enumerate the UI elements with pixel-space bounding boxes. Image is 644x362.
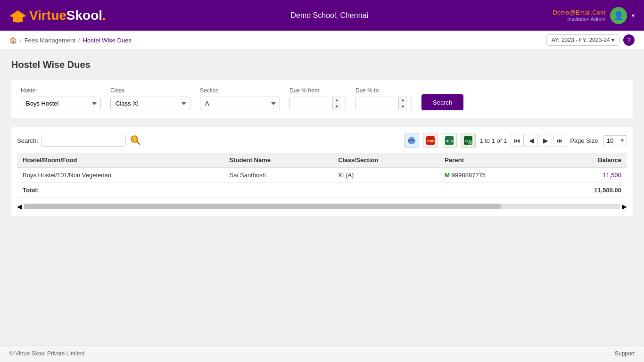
search-icon [130, 134, 141, 146]
logo: VirtueSkool. [9, 8, 106, 23]
print-button[interactable] [404, 133, 419, 148]
breadcrumb-fees-management[interactable]: Fees Management [25, 37, 75, 44]
table-actions: PDF XLS XLS + [404, 133, 627, 148]
excel2-button[interactable]: XLS + [461, 133, 476, 148]
due-from-down[interactable]: ▼ [333, 104, 341, 110]
due-from-filter: Due % from ▲ ▼ [289, 87, 346, 110]
print-icon [407, 136, 416, 145]
cell-student-name: Sai Santhosh [224, 168, 333, 183]
svg-text:PDF: PDF [428, 139, 435, 143]
scroll-right-btn[interactable]: ▶ [622, 203, 627, 210]
svg-point-3 [132, 137, 136, 141]
table-search-input[interactable] [41, 135, 126, 147]
due-from-spinners: ▲ ▼ [332, 97, 341, 110]
excel-button[interactable]: XLS [442, 133, 457, 148]
total-balance: 11,500.00 [547, 183, 627, 198]
col-balance: Balance [547, 153, 627, 168]
excel-icon: XLS [445, 136, 454, 145]
pagination-info: 1 to 1 of 1 [479, 137, 507, 144]
logo-icon [9, 8, 28, 23]
due-from-input[interactable] [290, 97, 332, 110]
cell-hostel-room-food: Boys Hostel/101/Non Vegeterian [17, 168, 224, 183]
table-total-row: Total: 11,500.00 [17, 183, 627, 198]
class-label: Class [110, 87, 190, 94]
cell-parent: M 9998887775 [439, 168, 547, 183]
last-page-button[interactable]: ⏭ [553, 134, 566, 147]
pagination-buttons: ⏮ ◀ ▶ ⏭ [511, 134, 566, 147]
header-right: Demo@Email.Com Institution Admin 👤 ▾ [553, 7, 635, 24]
support-link[interactable]: Support [615, 350, 635, 357]
page-size-label: Page Size: [570, 137, 600, 144]
copyright: © Virtue Skool Private Limited [9, 350, 84, 357]
table-toolbar: Search: [17, 133, 627, 148]
table-search: Search: [17, 134, 142, 147]
class-select[interactable]: Class-XI [110, 97, 190, 110]
cell-class-section: XI (A) [332, 168, 439, 183]
prev-page-button[interactable]: ◀ [525, 134, 538, 147]
breadcrumb-bar: 🏠 / Fees Management / Hostel Wise Dues A… [0, 31, 644, 50]
user-info: Demo@Email.Com Institution Admin [553, 9, 605, 22]
header: VirtueSkool. Demo School, Chennai Demo@E… [0, 0, 644, 31]
logo-text: VirtueSkool. [29, 8, 106, 23]
footer: © Virtue Skool Private Limited Support [0, 345, 644, 362]
page-content: Hostel Wise Dues Hostel Boys Hostel Clas… [0, 50, 644, 345]
svg-line-4 [137, 141, 140, 144]
scroll-left-btn[interactable]: ◀ [17, 203, 22, 210]
svg-rect-9 [413, 140, 414, 141]
svg-text:+: + [470, 141, 471, 145]
search-label: Search: [17, 137, 38, 144]
col-student-name: Student Name [224, 153, 333, 168]
col-class-section: Class/Section [332, 153, 439, 168]
cell-balance[interactable]: 11,500 [547, 168, 627, 183]
horizontal-scrollbar[interactable]: ◀ ▶ [17, 203, 627, 210]
page-size-select[interactable]: 10 25 50 [603, 135, 627, 146]
due-to-filter: Due % to ▲ ▼ [355, 87, 412, 110]
due-to-spinners: ▲ ▼ [398, 97, 407, 110]
col-hostel-room-food: Hostel/Room/Food [17, 153, 224, 168]
school-name: Demo School, Chennai [290, 11, 368, 20]
due-to-down[interactable]: ▼ [399, 104, 407, 110]
due-from-up[interactable]: ▲ [333, 97, 341, 104]
due-to-up[interactable]: ▲ [399, 97, 407, 104]
table-header-row: Hostel/Room/Food Student Name Class/Sect… [17, 153, 627, 168]
breadcrumb-current: Hostel Wise Dues [83, 37, 132, 44]
col-parent: Parent [439, 153, 547, 168]
due-to-input-wrap: ▲ ▼ [355, 97, 412, 110]
pdf-button[interactable]: PDF [423, 133, 438, 148]
due-to-input[interactable] [356, 97, 398, 110]
svg-rect-8 [410, 141, 414, 144]
first-page-button[interactable]: ⏮ [511, 134, 524, 147]
balance-link[interactable]: 11,500 [603, 172, 621, 179]
due-from-label: Due % from [289, 87, 346, 94]
due-to-label: Due % to [355, 87, 412, 94]
due-from-input-wrap: ▲ ▼ [289, 97, 346, 110]
breadcrumb-right: AY: 2023 - FY: 2023-24 ▾ ? [546, 34, 635, 46]
class-filter: Class Class-XI [110, 87, 190, 110]
pdf-icon: PDF [426, 136, 435, 145]
table-section: Search: [11, 127, 633, 216]
hostel-label: Hostel [21, 87, 101, 94]
next-page-button[interactable]: ▶ [539, 134, 552, 147]
search-button[interactable]: Search [421, 94, 463, 110]
svg-marker-0 [9, 10, 26, 19]
section-select[interactable]: A [200, 97, 280, 110]
user-menu-arrow[interactable]: ▾ [632, 12, 635, 19]
filter-section: Hostel Boys Hostel Class Class-XI Sectio… [11, 80, 633, 118]
hostel-select[interactable]: Boys Hostel [21, 97, 101, 110]
user-role: Institution Admin [553, 16, 605, 22]
section-filter: Section A [200, 87, 280, 110]
hostel-filter: Hostel Boys Hostel [21, 87, 101, 110]
help-button[interactable]: ? [623, 34, 635, 46]
table-search-icon-button[interactable] [129, 134, 142, 147]
avatar: 👤 [610, 7, 627, 24]
home-icon[interactable]: 🏠 [9, 37, 17, 44]
page-title: Hostel Wise Dues [11, 59, 633, 70]
ay-selector[interactable]: AY: 2023 - FY: 2023-24 ▾ [546, 34, 619, 46]
user-email: Demo@Email.Com [553, 9, 605, 16]
section-label: Section [200, 87, 280, 94]
data-table: Hostel/Room/Food Student Name Class/Sect… [17, 153, 627, 198]
breadcrumb: 🏠 / Fees Management / Hostel Wise Dues [9, 37, 132, 44]
excel2-icon: XLS + [464, 136, 472, 145]
total-label: Total: [17, 183, 224, 198]
svg-text:XLS: XLS [446, 139, 454, 143]
